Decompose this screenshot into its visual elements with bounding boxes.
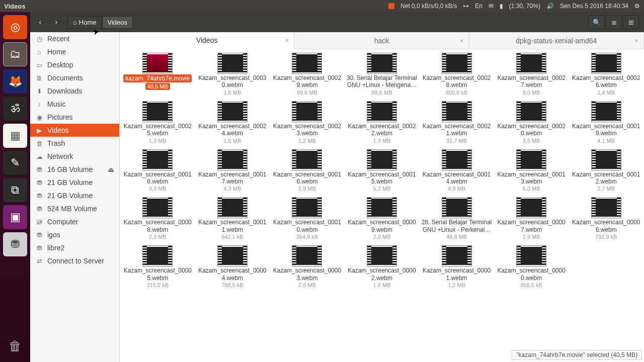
file-item[interactable]: Kazam_screencast_00010.webm354,8 kB (270, 196, 344, 242)
launcher-calendar-icon[interactable]: ▦ (3, 124, 27, 148)
view-list-button[interactable]: ≣ (606, 15, 622, 29)
file-item[interactable]: Kazam_screencast_00014.webm4,9 MB (420, 148, 494, 194)
file-name: 28. Serial Belajar Terminal GNU +Linux -… (422, 219, 492, 233)
file-item[interactable]: Kazam_screencast_00013.webm6,0 MB (495, 148, 569, 194)
sidebar-item-desktop[interactable]: ▭Desktop (30, 58, 119, 71)
sidebar-item-trash[interactable]: 🗑Trash (30, 137, 119, 150)
sidebar-item-libre2[interactable]: ⛃libre2 (30, 241, 119, 254)
lang-indicator[interactable]: En (475, 3, 482, 10)
sidebar-item-downloads[interactable]: ⬇Downloads (30, 84, 119, 98)
file-item[interactable]: Kazam_screencast_00022.webm1,9 MB (345, 100, 419, 146)
launcher-terminal-icon[interactable]: ▣ (3, 205, 27, 229)
file-thumbnail-icon (517, 150, 546, 170)
file-item[interactable]: Kazam_screencast_00009.webm2,0 MB (345, 196, 419, 242)
file-item[interactable]: Kazam_screencast_00016.webm2,9 MB (270, 148, 344, 194)
sidebar-item-recent[interactable]: ◷Recent (30, 32, 119, 45)
file-item[interactable]: Kazam_screencast_00024.webm1,6 MB (196, 100, 270, 146)
file-item[interactable]: Kazam_screencast_00030.webm1,6 MB (196, 51, 270, 98)
file-thumbnail-icon (292, 198, 321, 218)
sidebar-icon: 🗑 (35, 140, 43, 147)
file-item[interactable]: Kazam_screencast_00027.webm9,0 MB (495, 51, 569, 98)
file-item[interactable]: 30. Serial Belajar Terminal GNU +Linux -… (345, 51, 419, 98)
file-item[interactable]: Kazam_screencast_00004.webm788,5 kB (196, 244, 270, 290)
file-item[interactable]: Kazam_screencast_00028.webm800,8 kB (420, 51, 494, 98)
view-grid-button[interactable]: ⊞ (623, 15, 639, 29)
breadcrumb-current[interactable]: Videos (102, 16, 133, 29)
file-item[interactable]: Kazam_screencast_00005.webm315,0 kB (121, 244, 195, 290)
breadcrumb-home[interactable]: ⌂ Home (67, 16, 102, 29)
file-item[interactable]: Kazam_screencast_00008.webm2,3 MB (121, 196, 195, 242)
file-item[interactable]: Kazam_screencast_00015.webm5,2 MB (345, 148, 419, 194)
search-button[interactable]: 🔍 (589, 15, 605, 29)
file-item[interactable]: Kazam_screencast_00029.webm89,6 MB (270, 51, 344, 98)
launcher-trash-icon[interactable]: 🗑 (3, 334, 27, 358)
clock-label[interactable]: Sen Des 5 2016 18:40:34 (560, 3, 628, 10)
net-indicator[interactable]: Net 0,0 kB/s/0,0 kB/s (400, 3, 457, 10)
file-item[interactable]: Kazam_screencast_00023.webm1,2 MB (270, 100, 344, 146)
sidebar-item-pictures[interactable]: ◉Pictures (30, 111, 119, 124)
sidebar-item-computer[interactable]: 🖳Computer (30, 215, 119, 228)
eject-icon[interactable]: ⏏ (108, 165, 114, 173)
sidebar-item-21-gb-volume[interactable]: ⛃21 GB Volume (30, 189, 119, 202)
launcher-gedit-icon[interactable]: ✎ (3, 151, 27, 175)
file-item[interactable]: Kazam_screencast_00018.webm3,9 MB (121, 148, 195, 194)
tab-close-icon[interactable]: × (634, 37, 638, 45)
sidebar-label: Trash (47, 139, 65, 147)
sidebar-item-network[interactable]: ☁Network (30, 150, 119, 163)
tab-2[interactable]: dpkg-status-xenial-amd64× (469, 32, 644, 49)
launcher-screenshot-icon[interactable]: ⧉ (3, 178, 27, 202)
mail-icon[interactable]: ✉ (489, 3, 494, 10)
volume-icon[interactable]: 🔊 (546, 3, 554, 10)
file-item[interactable]: Kazam_screencast_00007.webm2,9 MB (495, 196, 569, 242)
file-thumbnail-icon (517, 198, 546, 218)
sidebar-item-home[interactable]: ⌂Home (30, 45, 119, 58)
sidebar-item-connect-to-server[interactable]: ⇄Connect to Server (30, 254, 119, 267)
sidebar-item-igos[interactable]: ⛃igos (30, 228, 119, 241)
sidebar-item-16-gb-volume[interactable]: ⛃16 GB Volume⏏ (30, 163, 119, 176)
file-item[interactable]: Kazam_screencast_00021.webm31,7 MB (420, 100, 494, 146)
file-item[interactable]: 28. Serial Belajar Terminal GNU +Linux -… (420, 196, 494, 242)
tab-1[interactable]: hack× (294, 32, 469, 49)
sidebar-item-music[interactable]: ♪Music (30, 98, 119, 111)
file-item[interactable]: Kazam_screencast_00017.webm4,3 MB (196, 148, 270, 194)
file-item[interactable]: Kazam_screencast_00003.webm2,8 MB (270, 244, 344, 290)
file-item[interactable]: Kazam_screencast_00000.webm856,5 kB (495, 244, 569, 290)
file-item[interactable]: Kazam_screencast_00012.webm2,7 MB (569, 148, 643, 194)
launcher-emacs-icon[interactable]: ॐ (3, 97, 27, 121)
window-title: Videos (4, 3, 25, 10)
file-item[interactable]: Kazam_screencast_00020.webm3,5 MB (495, 100, 569, 146)
file-item[interactable]: Kazam_screencast_00001.webm1,2 MB (420, 244, 494, 290)
file-item[interactable]: Kazam_screencast_00002.webm1,6 MB (345, 244, 419, 290)
file-item[interactable]: Kazam_screencast_00025.webm1,3 MB (121, 100, 195, 146)
file-item[interactable]: Kazam_screencast_00011.webm842,1 kB (196, 196, 270, 242)
launcher-drive-icon[interactable]: ⛃ (3, 232, 27, 256)
file-item[interactable]: Kazam_screencast_00006.webm792,9 kB (569, 196, 643, 242)
file-view[interactable]: kazam_74ahrb7e.movie40,5 MBKazam_screenc… (120, 49, 644, 362)
tab-close-icon[interactable]: × (459, 37, 463, 45)
sidebar-item-524-mb-volume[interactable]: ⛃524 MB Volume (30, 202, 119, 215)
back-button[interactable]: ‹ (33, 15, 47, 29)
file-item[interactable]: Kazam_screencast_00019.webm4,1 MB (569, 100, 643, 146)
forward-button[interactable]: › (49, 15, 63, 29)
file-item[interactable]: kazam_74ahrb7e.movie40,5 MB (121, 51, 195, 98)
wifi-icon[interactable]: ⊶ (463, 3, 469, 10)
file-thumbnail-icon (292, 246, 321, 266)
battery-icon[interactable]: ▮ (500, 3, 503, 10)
file-size: 1,6 MB (223, 89, 241, 96)
record-indicator-icon[interactable] (388, 3, 394, 9)
sidebar-item-21-gb-volume[interactable]: ⛃21 GB Volume (30, 176, 119, 189)
launcher-firefox-icon[interactable]: 🦊 (3, 69, 27, 94)
file-thumbnail-icon (367, 246, 396, 266)
sidebar-item-videos[interactable]: ▶Videos (30, 124, 119, 137)
tab-0[interactable]: Videos× (120, 32, 294, 49)
file-size: 2,9 MB (523, 234, 540, 240)
launcher-files-icon[interactable]: 🗂 (3, 42, 27, 66)
file-item[interactable]: Kazam_screencast_00026.webm1,4 MB (569, 51, 643, 98)
tab-close-icon[interactable]: × (285, 36, 289, 44)
file-name: Kazam_screencast_00014.webm (422, 171, 492, 186)
file-thumbnail-icon (367, 150, 396, 170)
battery-label: (1:30, 70%) (509, 3, 540, 10)
launcher-dash-icon[interactable]: ◎ (3, 15, 27, 39)
session-icon[interactable]: ⚙ (634, 3, 640, 10)
sidebar-item-documents[interactable]: 🗎Documents (30, 71, 119, 84)
